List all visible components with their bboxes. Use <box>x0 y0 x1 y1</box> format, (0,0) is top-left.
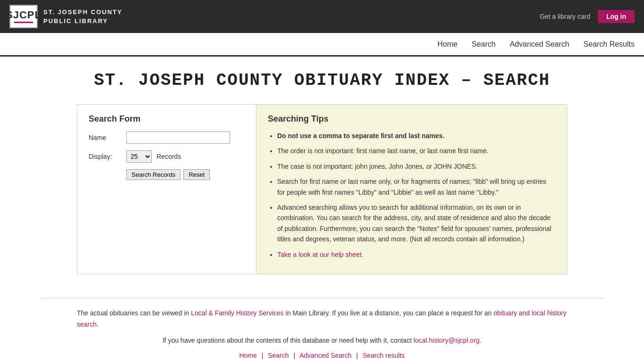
tip-6: Take a look at our help sheet. <box>277 249 555 260</box>
footer-sep-2: | <box>293 352 295 359</box>
footer-question-post: . <box>479 337 481 344</box>
tips-list: Do not use a comma to separate first and… <box>268 131 555 260</box>
footer-sep-1: | <box>262 352 264 359</box>
name-input[interactable] <box>126 132 230 144</box>
display-label: Display: <box>89 153 122 160</box>
login-button[interactable]: Log in <box>598 10 635 23</box>
search-records-button[interactable]: Search Records <box>126 169 181 180</box>
tips-panel: Searching Tips Do not use a comma to sep… <box>256 105 567 274</box>
tip-5: Advanced searching allows you to search … <box>277 202 555 245</box>
logo-area: SJCPL ST. JOSEPH COUNTY PUBLIC LIBRARY <box>9 5 123 28</box>
tips-title: Searching Tips <box>268 114 555 124</box>
nav-search-results[interactable]: Search Results <box>584 40 635 49</box>
tip-1-text: Do not use a comma to separate first and… <box>277 132 445 140</box>
footer-pre: The actual obituaries can be viewed in <box>77 309 191 317</box>
footer-sep-3: | <box>356 352 358 359</box>
footer-search-link[interactable]: Search <box>268 352 289 359</box>
content-area: Search Form Name Display: 10 25 50 100 R… <box>39 99 605 288</box>
top-right: Get a library card Log in <box>540 10 635 23</box>
tip-2-text: The order is not important: first name l… <box>277 147 488 155</box>
top-bar: SJCPL ST. JOSEPH COUNTY PUBLIC LIBRARY G… <box>0 0 644 33</box>
get-library-card-link[interactable]: Get a library card <box>540 13 590 20</box>
footer-content: The actual obituaries can be viewed in L… <box>39 298 605 362</box>
display-select[interactable]: 10 25 50 100 <box>126 150 152 163</box>
tip-3: The case is not important: john jones, J… <box>277 161 555 172</box>
page-title: St. Joseph County Obituary Index – Searc… <box>9 71 635 90</box>
tip-4: Search for first name or last name only,… <box>277 176 555 197</box>
footer-nav: Home | Search | Advanced Search | Search… <box>77 352 567 359</box>
main-nav: Home Search Advanced Search Search Resul… <box>0 33 644 57</box>
page-title-section: St. Joseph County Obituary Index – Searc… <box>0 57 644 99</box>
footer-text2: If you have questions about the contents… <box>77 335 567 346</box>
search-form-panel: Search Form Name Display: 10 25 50 100 R… <box>77 105 256 274</box>
tip-1: Do not use a comma to separate first and… <box>277 131 555 141</box>
buttons-row: Search Records Reset <box>126 169 245 180</box>
library-name: ST. JOSEPH COUNTY PUBLIC LIBRARY <box>43 8 123 26</box>
footer-text1: The actual obituaries can be viewed in L… <box>77 308 567 330</box>
footer-mid: in Main Library. If you live at a distan… <box>284 309 494 317</box>
tip-5-text: Advanced searching allows you to search … <box>277 204 551 243</box>
footer-advanced-link[interactable]: Advanced Search <box>299 352 352 359</box>
logo-underline <box>14 22 33 23</box>
reset-button[interactable]: Reset <box>183 169 210 180</box>
search-form-title: Search Form <box>89 114 245 124</box>
logo-box: SJCPL <box>9 5 38 28</box>
logo-letters: SJCPL <box>6 10 41 20</box>
name-label: Name <box>89 134 122 141</box>
email-link[interactable]: local.history@sjcpl.org <box>413 337 479 344</box>
tip-2: The order is not important: first name l… <box>277 146 555 156</box>
name-row: Name <box>89 132 245 144</box>
display-row: Display: 10 25 50 100 Records <box>89 150 245 163</box>
footer-results-link[interactable]: Search results <box>363 352 405 359</box>
footer-post: . <box>97 321 99 328</box>
nav-advanced-search[interactable]: Advanced Search <box>510 40 569 49</box>
records-label: Records <box>157 153 181 160</box>
tip-3-text: The case is not important: john jones, J… <box>277 163 478 170</box>
two-panel: Search Form Name Display: 10 25 50 100 R… <box>77 104 567 274</box>
tip-4-text: Search for first name or last name only,… <box>277 178 546 196</box>
nav-home[interactable]: Home <box>438 40 458 49</box>
footer-home-link[interactable]: Home <box>239 352 256 359</box>
logo-inner: SJCPL <box>6 10 41 23</box>
help-sheet-link[interactable]: Take a look at our help sheet. <box>277 251 363 258</box>
footer-question-pre: If you have questions about the contents… <box>163 337 413 344</box>
local-history-link[interactable]: Local & Family History Services <box>191 309 284 317</box>
nav-search[interactable]: Search <box>471 40 495 49</box>
